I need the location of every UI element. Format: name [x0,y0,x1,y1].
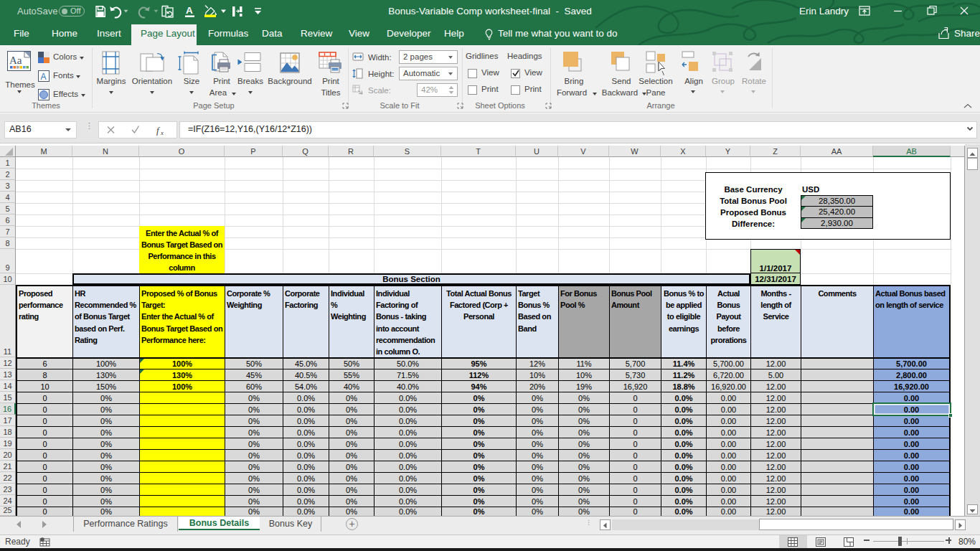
svg-text:A: A [41,72,47,82]
svg-text:Aa: Aa [9,55,22,66]
svg-text:x: x [160,129,164,136]
